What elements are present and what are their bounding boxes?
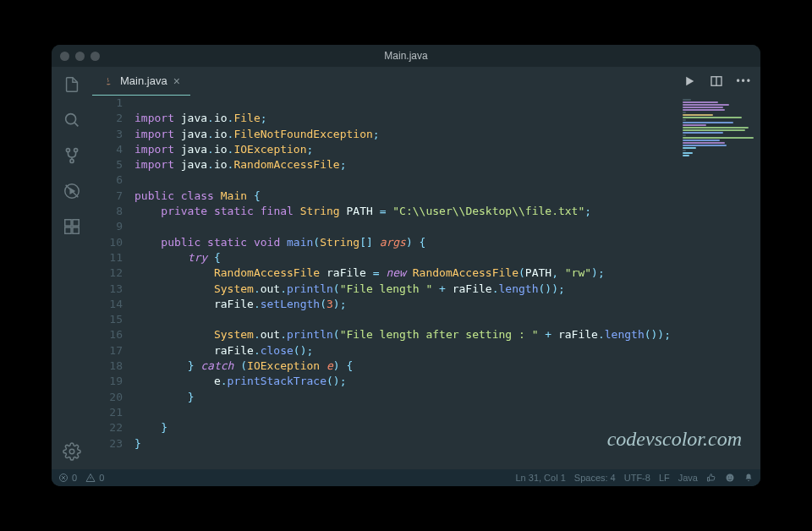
status-encoding[interactable]: UTF-8 — [624, 473, 650, 483]
main-area: Main.java × ••• 123456789101112131415161… — [52, 67, 760, 469]
explorer-icon[interactable] — [63, 75, 81, 94]
code-content[interactable]: import java.io.File;import java.io.FileN… — [134, 96, 760, 469]
close-tab-icon[interactable]: × — [173, 74, 180, 88]
tab-main-java[interactable]: Main.java × — [92, 67, 190, 96]
tab-bar: Main.java × ••• — [92, 67, 760, 96]
svg-rect-7 — [73, 227, 79, 233]
svg-rect-5 — [65, 220, 71, 226]
split-editor-icon[interactable] — [709, 74, 724, 89]
close-window-button[interactable] — [60, 52, 69, 61]
svg-point-9 — [69, 449, 74, 454]
traffic-lights — [60, 52, 100, 61]
svg-point-0 — [66, 114, 76, 124]
settings-gear-icon[interactable] — [63, 442, 81, 461]
minimap[interactable] — [683, 99, 757, 150]
line-number-gutter: 1234567891011121314151617181920212223 — [92, 96, 134, 469]
java-file-icon — [102, 75, 114, 87]
editor-area: Main.java × ••• 123456789101112131415161… — [92, 67, 760, 469]
svg-rect-8 — [73, 220, 79, 226]
status-warnings[interactable]: 0 — [85, 473, 104, 483]
titlebar: Main.java — [52, 45, 760, 67]
minimize-window-button[interactable] — [75, 52, 85, 61]
extensions-icon[interactable] — [63, 217, 81, 236]
zoom-window-button[interactable] — [91, 52, 100, 61]
tab-label: Main.java — [120, 74, 167, 87]
more-actions-icon[interactable]: ••• — [736, 75, 752, 87]
status-spaces[interactable]: Spaces: 4 — [574, 473, 616, 483]
run-icon[interactable] — [682, 74, 697, 89]
debug-icon[interactable] — [63, 182, 81, 200]
window-title: Main.java — [52, 50, 760, 62]
svg-point-3 — [70, 159, 74, 162]
status-feedback-icon[interactable] — [725, 473, 735, 483]
status-eol[interactable]: LF — [659, 473, 670, 483]
status-errors[interactable]: 0 — [58, 473, 77, 483]
status-language[interactable]: Java — [678, 473, 698, 483]
editor-window: Main.java — [52, 45, 760, 486]
source-control-icon[interactable] — [63, 146, 81, 165]
svg-point-12 — [727, 474, 734, 482]
activity-bar — [52, 67, 92, 469]
search-icon[interactable] — [63, 111, 81, 129]
status-bar: 0 0 Ln 31, Col 1 Spaces: 4 UTF-8 LF Java — [52, 469, 760, 486]
status-thumbs-up-icon[interactable] — [706, 473, 716, 483]
code-editor[interactable]: 1234567891011121314151617181920212223 im… — [92, 96, 760, 469]
svg-rect-6 — [65, 227, 71, 233]
svg-point-1 — [66, 149, 69, 152]
svg-point-14 — [731, 476, 732, 477]
status-cursor[interactable]: Ln 31, Col 1 — [515, 473, 565, 483]
svg-point-2 — [74, 149, 78, 152]
status-bell-icon[interactable] — [743, 473, 754, 483]
editor-actions: ••• — [682, 67, 760, 96]
svg-point-13 — [728, 476, 729, 477]
